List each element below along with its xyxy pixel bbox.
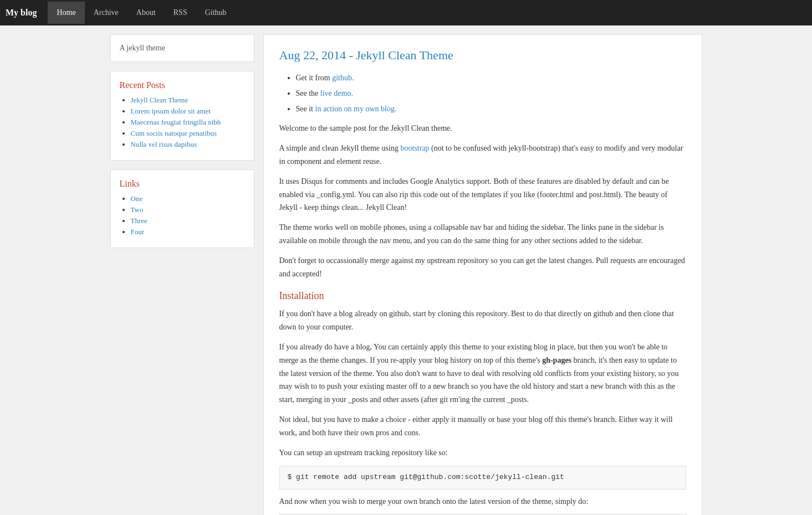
page-wrapper: A jekyll theme Recent Posts Jekyll Clean… (101, 25, 711, 515)
navbar: My blog HomeArchiveAboutRSSGithub (0, 0, 812, 25)
post-paragraph: A simple and clean Jekyll theme using bo… (279, 142, 686, 168)
recent-post-item: Nulla vel risus dapibus (131, 140, 245, 149)
link-item: Two (131, 205, 245, 214)
post-paragraph: Welcome to the sample post for the Jekyl… (279, 122, 686, 135)
recent-post-link[interactable]: Nulla vel risus dapibus (131, 140, 197, 148)
post-bullets: Get it from github.See the live demo.See… (279, 71, 686, 115)
recent-post-item: Jekyll Clean Theme (131, 96, 245, 105)
recent-post-link[interactable]: Maecenas feugiat fringilla nibh (131, 118, 221, 126)
recent-posts-section: Recent Posts Jekyll Clean ThemeLorem ips… (110, 71, 254, 161)
recent-post-link[interactable]: Cum sociis natoque penatibus (131, 129, 217, 137)
code-1-text: $ git remote add upstream git@github.com… (288, 473, 564, 481)
post-title-link[interactable]: Aug 22, 2014 - Jekyll Clean Theme (279, 48, 453, 62)
links-heading: Links (120, 179, 245, 189)
links-section: Links OneTwoThreeFour (110, 169, 254, 248)
gh-pages-bold: gh-pages (542, 356, 571, 364)
nav-links: HomeArchiveAboutRSSGithub (48, 2, 235, 24)
post-title: Aug 22, 2014 - Jekyll Clean Theme (279, 48, 686, 63)
between-code-text: And now when you wish to merge your own … (279, 495, 686, 508)
tagline-text: A jekyll theme (120, 44, 165, 52)
installation-paragraph: If you already do have a blog, You can c… (279, 341, 686, 406)
link-item: Three (131, 217, 245, 225)
site-brand[interactable]: My blog (6, 8, 37, 18)
post-bullet-link[interactable]: live demo. (320, 89, 353, 97)
post-bullet: Get it from github. (296, 71, 686, 85)
recent-post-item: Cum sociis natoque penatibus (131, 129, 245, 138)
link-item: One (131, 194, 245, 203)
post-paragraph: The theme works well on mobile phones, u… (279, 221, 686, 248)
recent-post-item: Maecenas feugiat fringilla nibh (131, 118, 245, 127)
post-paragraph: It uses Disqus for comments and includes… (279, 175, 686, 214)
sidebar-link[interactable]: Four (131, 228, 145, 236)
recent-post-item: Lorem ipsum dolor sit amet (131, 107, 245, 116)
sidebar-link[interactable]: One (131, 194, 143, 203)
nav-link-archive[interactable]: Archive (85, 2, 127, 24)
nav-link-github[interactable]: Github (196, 2, 236, 24)
code-block-1: $ git remote add upstream git@github.com… (279, 466, 686, 490)
main-content: Aug 22, 2014 - Jekyll Clean Theme Get it… (263, 34, 702, 515)
nav-link-about[interactable]: About (127, 2, 165, 24)
bootstrap-link[interactable]: bootstrap (400, 144, 429, 152)
installation-paragraph: You can setup an upstream tracking repos… (279, 446, 686, 460)
installation-heading: Installation (279, 290, 686, 302)
installation-paragraph: If you don't have a blog already on gith… (279, 307, 686, 334)
recent-post-link[interactable]: Lorem ipsum dolor sit amet (131, 107, 211, 115)
sidebar: A jekyll theme Recent Posts Jekyll Clean… (110, 34, 254, 257)
link-item: Four (131, 228, 245, 236)
sidebar-link[interactable]: Three (131, 217, 147, 225)
recent-post-link[interactable]: Jekyll Clean Theme (131, 96, 188, 104)
post-bullet: See the live demo. (296, 87, 686, 100)
nav-link-rss[interactable]: RSS (165, 2, 196, 24)
post-bullet-link[interactable]: github. (332, 74, 354, 82)
links-list: OneTwoThreeFour (120, 194, 245, 236)
nav-link-home[interactable]: Home (48, 2, 84, 24)
sidebar-tagline: A jekyll theme (110, 34, 254, 62)
post-paragraph: Don't forget to occassionally merge agai… (279, 254, 686, 281)
post-bullet: See it in action on my own blog. (296, 102, 686, 116)
recent-posts-heading: Recent Posts (120, 80, 245, 90)
sidebar-link[interactable]: Two (131, 205, 144, 214)
post-body: Get it from github.See the live demo.See… (279, 71, 686, 515)
post-bullet-link[interactable]: in action on my own blog. (315, 105, 397, 113)
installation-paragraph: Not ideal, but you have to make a choice… (279, 413, 686, 440)
recent-posts-list: Jekyll Clean ThemeLorem ipsum dolor sit … (120, 96, 245, 149)
